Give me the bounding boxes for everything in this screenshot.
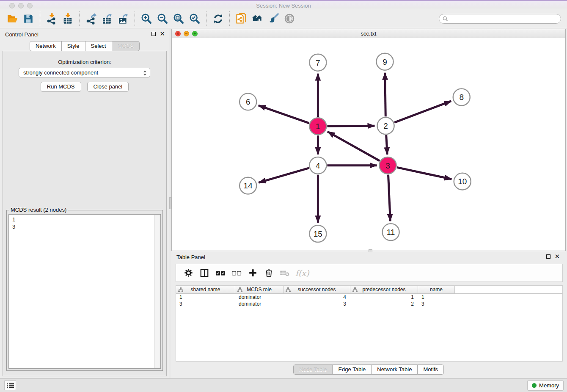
run-mcds-button[interactable]: Run MCDS bbox=[41, 82, 81, 92]
application-window: Session: New Session bbox=[0, 0, 567, 392]
column-header-successor-nodes[interactable]: successor nodes bbox=[284, 286, 350, 293]
graph-edge-3-11[interactable] bbox=[388, 175, 391, 221]
apply-preferred-layout-button[interactable] bbox=[210, 11, 226, 26]
table-cell: 3 bbox=[284, 301, 350, 307]
network-resize-handle[interactable] bbox=[369, 249, 372, 252]
network-canvas[interactable]: 7968124314101511 bbox=[172, 38, 565, 251]
zoom-fit-button[interactable] bbox=[171, 11, 187, 26]
memory-button[interactable]: Memory bbox=[527, 380, 564, 391]
graph-node-10[interactable]: 10 bbox=[454, 173, 471, 190]
clear-all-checks-button[interactable] bbox=[229, 266, 244, 280]
optimization-criterion-select[interactable]: strongly connected component bbox=[19, 68, 150, 77]
column-header-name[interactable]: name bbox=[418, 286, 455, 293]
tab-edge-table[interactable]: Edge Table bbox=[332, 364, 372, 375]
toggle-column-panel-button[interactable] bbox=[197, 266, 212, 280]
graph-edge-2-9[interactable] bbox=[385, 73, 385, 117]
window-titlebar: Session: New Session bbox=[0, 0, 567, 9]
graph-node-7[interactable]: 7 bbox=[309, 54, 326, 71]
function-builder-button[interactable]: f(x) bbox=[294, 266, 311, 280]
graph-node-label: 2 bbox=[383, 121, 388, 130]
delete-table-button[interactable] bbox=[278, 266, 292, 280]
node-table: shared nameMCDS rolesuccessor nodesprede… bbox=[176, 285, 563, 362]
network-window-titlebar: × − + scc.txt bbox=[172, 29, 565, 38]
duplicate-network-icon bbox=[235, 13, 247, 25]
table-cell: 1 bbox=[176, 294, 235, 301]
column-header-label: successor nodes bbox=[297, 287, 336, 293]
zoom-in-button[interactable] bbox=[138, 11, 154, 26]
table-cell: 3 bbox=[418, 301, 455, 307]
tab-network[interactable]: Network bbox=[30, 41, 62, 51]
graph-node-3[interactable]: 3 bbox=[380, 157, 396, 174]
zoom-selected-button[interactable] bbox=[187, 11, 203, 26]
export-image-button[interactable] bbox=[115, 11, 131, 26]
delete-columns-button[interactable] bbox=[261, 266, 276, 280]
table-panel-close-icon[interactable]: ✕ bbox=[554, 254, 560, 259]
toolbar-separator bbox=[135, 11, 135, 26]
close-panel-button[interactable]: Close panel bbox=[87, 82, 129, 92]
duplicate-network-button[interactable] bbox=[233, 11, 249, 26]
graph-node-15[interactable]: 15 bbox=[309, 225, 326, 242]
main-toolbar bbox=[0, 9, 567, 28]
tab-mcds[interactable]: MCDS bbox=[112, 41, 140, 51]
import-table-button[interactable] bbox=[60, 11, 76, 26]
table-row[interactable]: 3dominator323 bbox=[176, 301, 562, 307]
control-panel-float-icon[interactable] bbox=[151, 32, 156, 36]
table-panel-float-icon[interactable] bbox=[546, 254, 550, 259]
graph-edge-3-1[interactable] bbox=[328, 132, 380, 161]
search-input[interactable] bbox=[450, 15, 557, 22]
graph-node-11[interactable]: 11 bbox=[383, 224, 399, 240]
tab-node-table[interactable]: Node Table bbox=[293, 364, 333, 375]
graph-edge-1-6[interactable] bbox=[259, 105, 309, 123]
mcds-result-lines: 13 bbox=[9, 215, 160, 232]
control-panel-close-icon[interactable]: ✕ bbox=[160, 31, 165, 36]
export-table-button[interactable] bbox=[99, 11, 115, 26]
import-network-button[interactable] bbox=[44, 11, 60, 26]
table-panel: Table Panel ✕ bbox=[171, 252, 566, 376]
graph-node-6[interactable]: 6 bbox=[239, 93, 256, 110]
graph-edge-2-8[interactable] bbox=[394, 101, 451, 123]
graph-edge-2-3[interactable] bbox=[386, 135, 387, 155]
graph-edge-4-14[interactable] bbox=[259, 168, 309, 182]
tab-style[interactable]: Style bbox=[61, 41, 85, 51]
table-panel-title: Table Panel bbox=[176, 254, 205, 260]
result-scrollbar[interactable] bbox=[154, 215, 160, 368]
apply-style-button[interactable] bbox=[265, 11, 281, 26]
export-network-button[interactable] bbox=[83, 11, 99, 26]
column-header-predecessor-nodes[interactable]: predecessor nodes bbox=[350, 286, 418, 293]
graph-node-9[interactable]: 9 bbox=[377, 53, 394, 70]
save-session-button[interactable] bbox=[20, 11, 36, 26]
create-column-button[interactable] bbox=[245, 266, 260, 280]
table-cell: dominator bbox=[235, 301, 284, 307]
mcds-result-textarea[interactable]: 13 bbox=[8, 214, 161, 369]
graph-node-14[interactable]: 14 bbox=[239, 177, 256, 194]
toolbar-separator bbox=[79, 11, 80, 26]
control-panel-header: Control Panel ✕ bbox=[0, 30, 169, 39]
homes-icon bbox=[251, 13, 264, 25]
task-history-button[interactable] bbox=[4, 380, 16, 390]
show-hide-graphics-button[interactable] bbox=[281, 11, 297, 26]
export-table-icon bbox=[101, 13, 113, 25]
open-session-button[interactable] bbox=[4, 11, 20, 26]
graph-edge-3-10[interactable] bbox=[397, 167, 451, 179]
tab-motifs[interactable]: Motifs bbox=[417, 364, 444, 375]
graph-node-4[interactable]: 4 bbox=[309, 157, 326, 174]
column-header-shared-name[interactable]: shared name bbox=[176, 286, 235, 293]
graph-edge-1-2[interactable] bbox=[327, 126, 374, 126]
toolbar-separator bbox=[206, 11, 206, 26]
first-neighbors-button[interactable] bbox=[249, 11, 265, 26]
tab-select[interactable]: Select bbox=[85, 41, 112, 51]
graph-node-8[interactable]: 8 bbox=[453, 89, 470, 106]
network-view-window: × − + scc.txt 7968124314101511 bbox=[171, 29, 566, 251]
graph-node-1[interactable]: 1 bbox=[309, 118, 326, 135]
graph-node-label: 6 bbox=[246, 97, 250, 106]
table-settings-button[interactable] bbox=[181, 266, 195, 280]
table-body: 1dominator4113dominator323 bbox=[176, 294, 562, 307]
result-line: 1 bbox=[12, 216, 157, 223]
column-header-MCDS-role[interactable]: MCDS role bbox=[235, 286, 284, 293]
graph-node-2[interactable]: 2 bbox=[377, 117, 394, 134]
zoom-out-button[interactable] bbox=[154, 11, 171, 26]
fx-icon: f(x) bbox=[295, 268, 309, 278]
tab-network-table[interactable]: Network Table bbox=[371, 364, 418, 375]
table-row[interactable]: 1dominator411 bbox=[176, 294, 562, 301]
select-all-checks-button[interactable] bbox=[213, 266, 228, 280]
